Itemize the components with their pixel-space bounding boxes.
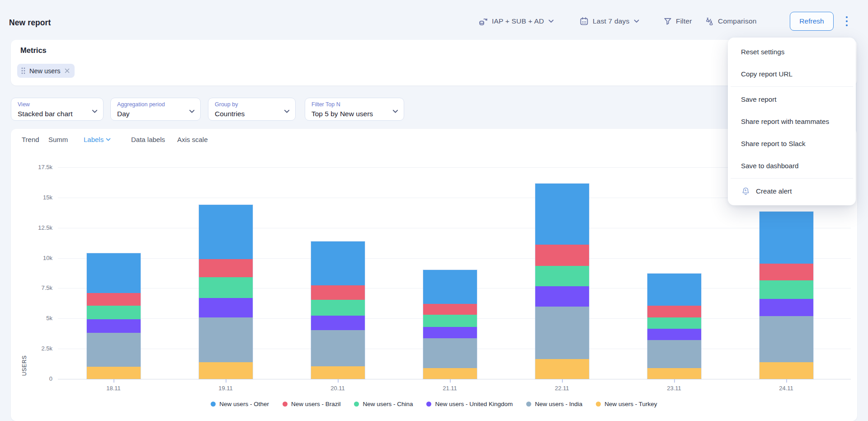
chevron-down-icon: [189, 107, 195, 115]
legend-item[interactable]: New users - Brazil: [283, 401, 341, 407]
x-axis-tick: [226, 379, 226, 383]
comparison-button[interactable]: Comparison: [704, 13, 757, 29]
view-select[interactable]: View Stacked bar chart: [11, 98, 104, 121]
bar-segment[interactable]: [423, 304, 477, 315]
legend-label: New users - Turkey: [604, 401, 657, 407]
bar-segment[interactable]: [423, 368, 477, 379]
bar-segment[interactable]: [760, 362, 813, 379]
bar-segment[interactable]: [423, 270, 477, 304]
stacked-bar-19.11[interactable]: [199, 205, 253, 379]
bar-segment[interactable]: [199, 298, 253, 317]
bar-segment[interactable]: [647, 274, 701, 306]
legend-label: New users - India: [535, 401, 582, 407]
metric-chip-new-users[interactable]: New users: [17, 64, 75, 78]
legend-item[interactable]: New users - Other: [211, 401, 269, 407]
legend-item[interactable]: New users - Turkey: [596, 401, 657, 407]
legend-label: New users - United Kingdom: [435, 401, 513, 407]
stacked-bar-24.11[interactable]: [760, 212, 813, 379]
bar-segment[interactable]: [760, 299, 813, 316]
bar-segment[interactable]: [647, 368, 701, 379]
refresh-button[interactable]: Refresh: [790, 12, 834, 31]
bar-segment[interactable]: [199, 317, 253, 362]
bar-segment[interactable]: [647, 340, 701, 368]
bar-segment[interactable]: [87, 333, 141, 367]
bar-segment[interactable]: [535, 266, 589, 286]
toolbar-labels[interactable]: Labels: [84, 136, 111, 143]
date-range-label: Last 7 days: [593, 17, 629, 25]
toolbar-trend[interactable]: Trend: [22, 136, 39, 143]
bar-segment[interactable]: [423, 338, 477, 368]
menu-item-save-to-dashboard[interactable]: Save to dashboard: [728, 155, 856, 177]
bar-segment[interactable]: [311, 316, 365, 330]
bar-segment[interactable]: [311, 366, 365, 379]
x-axis-tick-label: 19.11: [210, 385, 241, 392]
bar-segment[interactable]: [760, 316, 813, 362]
close-icon[interactable]: [65, 68, 70, 73]
bar-segment[interactable]: [199, 277, 253, 298]
stacked-bar-18.11[interactable]: [87, 253, 141, 379]
x-axis-tick: [674, 379, 675, 383]
bar-segment[interactable]: [87, 367, 141, 379]
menu-item-reset-settings[interactable]: Reset settings: [728, 41, 856, 63]
x-axis-tick-label: 23.11: [658, 385, 690, 392]
toolbar-axis-scale[interactable]: Axis scale: [177, 136, 208, 143]
legend-item[interactable]: New users - China: [354, 401, 413, 407]
bar-segment[interactable]: [199, 259, 253, 277]
bar-segment[interactable]: [87, 306, 141, 319]
date-range-selector[interactable]: Last 7 days: [579, 13, 639, 29]
stacked-bar-20.11[interactable]: [311, 241, 365, 379]
x-axis-tick: [562, 379, 563, 383]
chevron-down-icon: [284, 107, 290, 115]
kebab-menu-icon[interactable]: [841, 13, 852, 29]
bar-segment[interactable]: [87, 253, 141, 293]
menu-item-copy-report-url[interactable]: Copy report URL: [728, 63, 856, 85]
bar-segment[interactable]: [535, 184, 589, 245]
comparison-label: Comparison: [718, 17, 757, 25]
chevron-down-icon: [634, 19, 639, 23]
bar-segment[interactable]: [760, 264, 813, 280]
legend-dot: [283, 402, 288, 407]
bar-segment[interactable]: [535, 359, 589, 379]
group-by-select[interactable]: Group by Countries: [208, 98, 296, 121]
filter-top-n-select[interactable]: Filter Top N Top 5 by New users: [305, 98, 404, 121]
bar-segment[interactable]: [647, 329, 701, 340]
bar-segment[interactable]: [647, 317, 701, 329]
y-axis-tick-label: 10k: [24, 255, 52, 261]
toolbar-summ[interactable]: Summ: [48, 136, 68, 143]
stacked-bar-21.11[interactable]: [423, 270, 477, 379]
bar-segment[interactable]: [311, 330, 365, 366]
stacked-bar-22.11[interactable]: [535, 184, 589, 379]
bar-segment[interactable]: [311, 285, 365, 300]
bar-segment[interactable]: [647, 306, 701, 317]
filter-button[interactable]: Filter: [663, 13, 692, 29]
bar-segment[interactable]: [535, 307, 589, 359]
bar-segment[interactable]: [760, 280, 813, 299]
revenue-type-label: IAP + SUB + AD: [492, 17, 544, 25]
bar-segment[interactable]: [535, 245, 589, 266]
chevron-down-icon: [106, 138, 111, 142]
menu-item-share-report-to-slack[interactable]: Share report to Slack: [728, 132, 856, 155]
chevron-down-icon: [392, 107, 398, 115]
stacked-bar-23.11[interactable]: [647, 274, 701, 379]
bar-segment[interactable]: [423, 315, 477, 327]
menu-item-save-report[interactable]: Save report: [728, 88, 856, 110]
bar-segment[interactable]: [760, 212, 813, 264]
legend-item[interactable]: New users - India: [526, 401, 582, 407]
bar-segment[interactable]: [311, 300, 365, 316]
filter-top-n-value: Top 5 by New users: [311, 110, 373, 118]
menu-item-share-report-with-teammates[interactable]: Share report with teammates: [728, 110, 856, 132]
bar-segment[interactable]: [423, 327, 477, 338]
bar-segment[interactable]: [535, 286, 589, 306]
bar-segment[interactable]: [87, 293, 141, 306]
menu-item-create-alert[interactable]: Create alert: [728, 180, 856, 202]
drag-handle-icon[interactable]: [21, 67, 25, 74]
bar-segment[interactable]: [311, 241, 365, 285]
y-axis-tick-label: 7.5k: [24, 284, 52, 291]
bar-segment[interactable]: [199, 362, 253, 379]
legend-item[interactable]: New users - United Kingdom: [426, 401, 513, 407]
toolbar-data-labels[interactable]: Data labels: [131, 136, 165, 143]
bar-segment[interactable]: [87, 319, 141, 333]
aggregation-period-select[interactable]: Aggregation period Day: [110, 98, 201, 121]
bar-segment[interactable]: [199, 205, 253, 259]
revenue-type-selector[interactable]: IAP + SUB + AD: [478, 13, 554, 29]
